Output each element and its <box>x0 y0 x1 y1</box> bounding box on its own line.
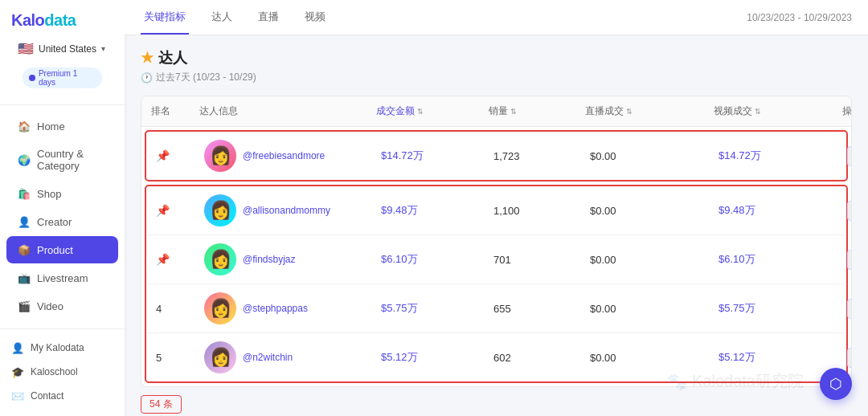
sort-sales-icon: ⇅ <box>510 108 517 116</box>
avatar-2: 👩 <box>204 194 236 226</box>
td-rank-4: 4 <box>146 303 194 315</box>
mykalodata-label: My Kalodata <box>31 342 84 353</box>
creator-info-3: 👩 @findsbyjaz <box>204 243 296 275</box>
td-sales-4: 655 <box>484 303 580 315</box>
td-video-5: $5.12万 <box>709 350 837 365</box>
chevron-down-icon: ▾ <box>101 44 105 53</box>
td-creator-3: 👩 @findsbyjaz <box>194 243 371 275</box>
creator-name-1[interactable]: @freebiesandmore <box>243 150 325 161</box>
country-selector[interactable]: 🇺🇸 United States ▾ <box>6 36 118 61</box>
country-name: United States <box>39 43 96 55</box>
sidebar: Kalodata 🇺🇸 United States ▾ Premium 1 da… <box>0 0 125 416</box>
sidebar-bottom: 👤 My Kalodata 🎓 Kaloschool ✉️ Contact <box>0 328 125 416</box>
td-rank-3: 📌 <box>146 253 194 266</box>
float-action-button[interactable]: ⬡ <box>820 368 852 400</box>
sidebar-item-country[interactable]: 🌍 Country & Category <box>6 141 118 179</box>
table-header: 排名 达人信息 成交金额 ⇅ 销量 ⇅ 直播成交 ⇅ 视频成 <box>141 96 851 127</box>
contact-label: Contact <box>31 390 63 402</box>
avatar-1: 👩 <box>204 140 236 172</box>
td-video-2: $9.48万 <box>709 203 837 218</box>
sidebar-item-mykalodata[interactable]: 👤 My Kalodata <box>0 336 125 360</box>
table-row: 📌 👩 @findsbyjaz $6.10万 701 <box>146 235 846 284</box>
td-amount-3: $6.10万 <box>371 252 484 267</box>
sidebar-item-product[interactable]: 📦 Product <box>6 236 118 263</box>
sidebar-item-kaloschool[interactable]: 🎓 Kaloschool <box>0 360 125 384</box>
creator-info-5: 👩 @n2witchin <box>204 341 293 373</box>
globe-icon: 🌍 <box>18 153 31 166</box>
detail-button-4[interactable]: 详情 <box>847 299 852 319</box>
premium-badge: Premium 1 days <box>23 67 102 88</box>
sidebar-divider <box>0 104 125 105</box>
sidebar-nav: 🏠 Home 🌍 Country & Category 🛍️ Shop 👤 Cr… <box>0 108 125 328</box>
th-rank: 排名 <box>141 104 190 118</box>
th-sales[interactable]: 销量 ⇅ <box>479 104 575 118</box>
logo-area: Kalodata <box>0 0 125 36</box>
td-creator-1: 👩 @freebiesandmore <box>194 140 371 172</box>
total-count[interactable]: 54 条 <box>141 395 182 414</box>
sidebar-item-shop-label: Shop <box>37 188 61 200</box>
table-row: 4 👩 @stephpappas $5.75万 655 $0.00 <box>146 284 846 333</box>
td-live-1: $0.00 <box>580 150 709 162</box>
detail-button-5[interactable]: 详情 <box>847 348 852 368</box>
sidebar-item-livestream[interactable]: 📺 Livestream <box>6 264 118 292</box>
sidebar-item-shop[interactable]: 🛍️ Shop <box>6 180 118 207</box>
th-video-sales[interactable]: 视频成交 ⇅ <box>704 104 833 118</box>
avatar-3: 👩 <box>204 243 236 275</box>
td-creator-5: 👩 @n2witchin <box>194 341 371 373</box>
tab-livestream[interactable]: 直播 <box>255 0 282 35</box>
creator-info-1: 👩 @freebiesandmore <box>204 140 325 172</box>
detail-button-1[interactable]: 详情 <box>847 146 852 166</box>
pin-icon-3: 📌 <box>156 253 170 266</box>
sort-amount-icon: ⇅ <box>417 108 424 116</box>
school-icon: 🎓 <box>11 365 24 378</box>
sidebar-item-country-label: Country & Category <box>37 148 107 172</box>
sidebar-item-home[interactable]: 🏠 Home <box>6 112 118 140</box>
td-live-4: $0.00 <box>580 303 709 315</box>
td-sales-2: 1,100 <box>484 205 580 217</box>
td-action-5: 详情 <box>837 348 852 368</box>
td-sales-3: 701 <box>484 254 580 266</box>
td-creator-2: 👩 @allisonandmommy <box>194 194 371 226</box>
content-area: ★ 达人 🕐 过去7天 (10/23 - 10/29) 排名 达人信息 成交金额… <box>125 35 868 416</box>
tab-video[interactable]: 视频 <box>301 0 329 35</box>
sidebar-item-video[interactable]: 🎬 Video <box>6 292 118 320</box>
th-amount[interactable]: 成交金额 ⇅ <box>366 104 479 118</box>
td-amount-2: $9.48万 <box>371 203 484 218</box>
td-sales-1: 1,723 <box>484 150 580 162</box>
creator-info-4: 👩 @stephpappas <box>204 292 308 324</box>
td-rank-1: 📌 <box>146 149 194 162</box>
home-icon: 🏠 <box>18 120 31 133</box>
tab-creator[interactable]: 达人 <box>208 0 235 35</box>
logo: Kalodata <box>11 11 113 30</box>
sort-video-icon: ⇅ <box>755 108 761 116</box>
td-video-3: $6.10万 <box>709 252 837 267</box>
td-sales-5: 602 <box>484 352 580 364</box>
section-subtitle: 🕐 过去7天 (10/23 - 10/29) <box>141 71 852 84</box>
rows-2-5-highlight: 📌 👩 @allisonandmommy $9.48万 1,100 <box>145 185 848 383</box>
sort-live-icon: ⇅ <box>626 108 633 116</box>
pin-icon: 📌 <box>156 149 170 162</box>
td-action-1: 详情 <box>837 146 852 166</box>
tabs: 关键指标 达人 直播 视频 <box>141 0 329 35</box>
flag-icon: 🇺🇸 <box>18 41 34 56</box>
detail-button-3[interactable]: 详情 <box>847 250 852 270</box>
sidebar-item-creator[interactable]: 👤 Creator <box>6 208 118 235</box>
td-rank-5: 5 <box>146 352 194 364</box>
creator-name-2[interactable]: @allisonandmommy <box>243 205 330 216</box>
sidebar-item-contact[interactable]: ✉️ Contact <box>0 384 125 408</box>
th-live-sales[interactable]: 直播成交 ⇅ <box>575 104 704 118</box>
creator-info-2: 👩 @allisonandmommy <box>204 194 330 226</box>
detail-button-2[interactable]: 详情 <box>847 201 852 221</box>
sidebar-item-creator-label: Creator <box>37 216 72 228</box>
td-live-3: $0.00 <box>580 254 709 266</box>
premium-text: Premium 1 days <box>39 69 96 87</box>
td-action-4: 详情 <box>837 299 852 319</box>
tab-keywords[interactable]: 关键指标 <box>141 0 189 35</box>
date-range: 10/23/2023 - 10/29/2023 <box>747 12 852 23</box>
creator-name-4[interactable]: @stephpappas <box>243 303 308 314</box>
creator-name-5[interactable]: @n2witchin <box>243 352 293 363</box>
livestream-icon: 📺 <box>18 271 31 284</box>
table-row: 📌 👩 @freebiesandmore $14.72万 1,723 <box>146 132 846 180</box>
td-creator-4: 👩 @stephpappas <box>194 292 371 324</box>
creator-name-3[interactable]: @findsbyjaz <box>243 254 296 265</box>
